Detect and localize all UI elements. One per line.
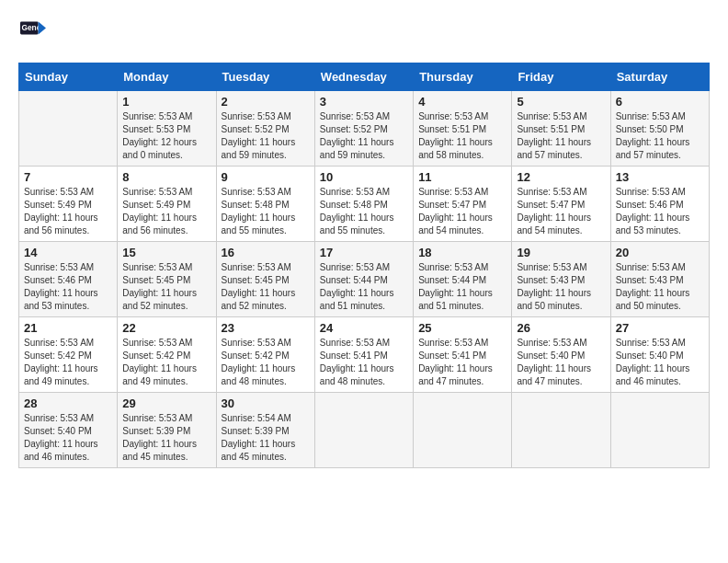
day-number: 30 <box>222 396 310 410</box>
calendar-cell: 7Sunrise: 5:53 AM Sunset: 5:49 PM Daylig… <box>19 167 118 242</box>
day-number: 23 <box>222 321 310 335</box>
day-number: 22 <box>122 321 210 335</box>
day-number: 1 <box>122 95 210 109</box>
day-number: 18 <box>418 246 506 259</box>
day-number: 20 <box>616 246 704 259</box>
weekday-header: Wednesday <box>314 63 413 91</box>
weekday-header: Monday <box>118 63 216 91</box>
day-info: Sunrise: 5:53 AM Sunset: 5:41 PM Dayligh… <box>418 337 506 388</box>
calendar-week-row: 21Sunrise: 5:53 AM Sunset: 5:42 PM Dayli… <box>19 317 710 393</box>
day-info: Sunrise: 5:53 AM Sunset: 5:49 PM Dayligh… <box>24 186 112 237</box>
day-number: 13 <box>616 170 704 184</box>
weekday-header: Sunday <box>19 63 118 91</box>
day-number: 4 <box>418 95 506 109</box>
day-info: Sunrise: 5:53 AM Sunset: 5:43 PM Dayligh… <box>616 261 704 313</box>
day-info: Sunrise: 5:53 AM Sunset: 5:41 PM Dayligh… <box>320 337 408 388</box>
calendar-week-row: 7Sunrise: 5:53 AM Sunset: 5:49 PM Daylig… <box>19 167 710 242</box>
day-info: Sunrise: 5:53 AM Sunset: 5:47 PM Dayligh… <box>418 186 506 237</box>
day-number: 2 <box>222 95 310 109</box>
day-info: Sunrise: 5:53 AM Sunset: 5:44 PM Dayligh… <box>320 261 408 313</box>
day-info: Sunrise: 5:53 AM Sunset: 5:42 PM Dayligh… <box>24 337 112 388</box>
calendar-cell: 12Sunrise: 5:53 AM Sunset: 5:47 PM Dayli… <box>512 167 610 242</box>
day-info: Sunrise: 5:53 AM Sunset: 5:53 PM Dayligh… <box>122 110 210 162</box>
day-info: Sunrise: 5:53 AM Sunset: 5:45 PM Dayligh… <box>222 261 310 313</box>
calendar-header: SundayMondayTuesdayWednesdayThursdayFrid… <box>19 63 710 91</box>
day-info: Sunrise: 5:53 AM Sunset: 5:48 PM Dayligh… <box>222 186 310 237</box>
calendar-cell: 11Sunrise: 5:53 AM Sunset: 5:47 PM Dayli… <box>414 167 512 242</box>
day-info: Sunrise: 5:53 AM Sunset: 5:40 PM Dayligh… <box>616 337 704 388</box>
calendar-cell: 20Sunrise: 5:53 AM Sunset: 5:43 PM Dayli… <box>610 242 709 317</box>
day-info: Sunrise: 5:53 AM Sunset: 5:48 PM Dayligh… <box>320 186 408 237</box>
day-number: 29 <box>122 396 210 410</box>
logo-icon: General <box>20 18 46 44</box>
day-number: 5 <box>517 95 605 109</box>
calendar-cell <box>19 91 118 167</box>
day-info: Sunrise: 5:53 AM Sunset: 5:51 PM Dayligh… <box>418 110 506 162</box>
day-info: Sunrise: 5:53 AM Sunset: 5:40 PM Dayligh… <box>517 337 605 388</box>
calendar-cell: 30Sunrise: 5:54 AM Sunset: 5:39 PM Dayli… <box>216 393 314 468</box>
calendar-cell: 14Sunrise: 5:53 AM Sunset: 5:46 PM Dayli… <box>19 242 118 317</box>
calendar-cell: 27Sunrise: 5:53 AM Sunset: 5:40 PM Dayli… <box>610 317 709 393</box>
day-number: 11 <box>418 170 506 184</box>
calendar-cell: 15Sunrise: 5:53 AM Sunset: 5:45 PM Dayli… <box>118 242 216 317</box>
calendar-cell: 8Sunrise: 5:53 AM Sunset: 5:49 PM Daylig… <box>118 167 216 242</box>
calendar-table: SundayMondayTuesdayWednesdayThursdayFrid… <box>18 63 710 468</box>
weekday-header: Tuesday <box>216 63 314 91</box>
day-number: 21 <box>24 321 112 335</box>
calendar-cell: 6Sunrise: 5:53 AM Sunset: 5:50 PM Daylig… <box>610 91 709 167</box>
day-info: Sunrise: 5:53 AM Sunset: 5:43 PM Dayligh… <box>517 261 605 313</box>
calendar-cell: 24Sunrise: 5:53 AM Sunset: 5:41 PM Dayli… <box>314 317 413 393</box>
day-info: Sunrise: 5:53 AM Sunset: 5:39 PM Dayligh… <box>122 412 210 464</box>
day-number: 16 <box>222 246 310 259</box>
calendar-cell <box>414 393 512 468</box>
calendar-cell: 21Sunrise: 5:53 AM Sunset: 5:42 PM Dayli… <box>19 317 118 393</box>
calendar-cell <box>610 393 709 468</box>
weekday-header: Thursday <box>414 63 512 91</box>
weekday-header: Saturday <box>610 63 709 91</box>
calendar-cell: 10Sunrise: 5:53 AM Sunset: 5:48 PM Dayli… <box>314 167 413 242</box>
day-info: Sunrise: 5:53 AM Sunset: 5:51 PM Dayligh… <box>517 110 605 162</box>
logo: General <box>18 18 46 48</box>
calendar-cell: 16Sunrise: 5:53 AM Sunset: 5:45 PM Dayli… <box>216 242 314 317</box>
day-info: Sunrise: 5:53 AM Sunset: 5:46 PM Dayligh… <box>616 186 704 237</box>
day-info: Sunrise: 5:53 AM Sunset: 5:47 PM Dayligh… <box>517 186 605 237</box>
day-number: 3 <box>320 95 408 109</box>
calendar-cell: 13Sunrise: 5:53 AM Sunset: 5:46 PM Dayli… <box>610 167 709 242</box>
day-info: Sunrise: 5:53 AM Sunset: 5:52 PM Dayligh… <box>320 110 408 162</box>
calendar-cell: 29Sunrise: 5:53 AM Sunset: 5:39 PM Dayli… <box>118 393 216 468</box>
calendar-cell <box>512 393 610 468</box>
calendar-cell: 28Sunrise: 5:53 AM Sunset: 5:40 PM Dayli… <box>19 393 118 468</box>
weekday-header: Friday <box>512 63 610 91</box>
day-number: 10 <box>320 170 408 184</box>
day-number: 9 <box>222 170 310 184</box>
calendar-week-row: 14Sunrise: 5:53 AM Sunset: 5:46 PM Dayli… <box>19 242 710 317</box>
calendar-body: 1Sunrise: 5:53 AM Sunset: 5:53 PM Daylig… <box>19 91 710 468</box>
day-number: 12 <box>517 170 605 184</box>
day-info: Sunrise: 5:53 AM Sunset: 5:45 PM Dayligh… <box>122 261 210 313</box>
day-info: Sunrise: 5:53 AM Sunset: 5:50 PM Dayligh… <box>616 110 704 162</box>
calendar-cell: 17Sunrise: 5:53 AM Sunset: 5:44 PM Dayli… <box>314 242 413 317</box>
calendar-cell: 3Sunrise: 5:53 AM Sunset: 5:52 PM Daylig… <box>314 91 413 167</box>
calendar-cell: 4Sunrise: 5:53 AM Sunset: 5:51 PM Daylig… <box>414 91 512 167</box>
day-number: 25 <box>418 321 506 335</box>
calendar-cell: 18Sunrise: 5:53 AM Sunset: 5:44 PM Dayli… <box>414 242 512 317</box>
day-info: Sunrise: 5:53 AM Sunset: 5:44 PM Dayligh… <box>418 261 506 313</box>
day-number: 27 <box>616 321 704 335</box>
day-number: 14 <box>24 246 112 259</box>
calendar-cell: 2Sunrise: 5:53 AM Sunset: 5:52 PM Daylig… <box>216 91 314 167</box>
day-number: 8 <box>122 170 210 184</box>
day-number: 28 <box>24 396 112 410</box>
calendar-cell: 5Sunrise: 5:53 AM Sunset: 5:51 PM Daylig… <box>512 91 610 167</box>
calendar-cell: 1Sunrise: 5:53 AM Sunset: 5:53 PM Daylig… <box>118 91 216 167</box>
calendar-cell: 22Sunrise: 5:53 AM Sunset: 5:42 PM Dayli… <box>118 317 216 393</box>
day-number: 24 <box>320 321 408 335</box>
day-number: 19 <box>517 246 605 259</box>
day-info: Sunrise: 5:53 AM Sunset: 5:42 PM Dayligh… <box>122 337 210 388</box>
day-info: Sunrise: 5:53 AM Sunset: 5:40 PM Dayligh… <box>24 412 112 464</box>
calendar-cell: 25Sunrise: 5:53 AM Sunset: 5:41 PM Dayli… <box>414 317 512 393</box>
calendar-cell: 26Sunrise: 5:53 AM Sunset: 5:40 PM Dayli… <box>512 317 610 393</box>
calendar-week-row: 1Sunrise: 5:53 AM Sunset: 5:53 PM Daylig… <box>19 91 710 167</box>
calendar-cell: 23Sunrise: 5:53 AM Sunset: 5:42 PM Dayli… <box>216 317 314 393</box>
day-number: 7 <box>24 170 112 184</box>
day-info: Sunrise: 5:53 AM Sunset: 5:52 PM Dayligh… <box>222 110 310 162</box>
